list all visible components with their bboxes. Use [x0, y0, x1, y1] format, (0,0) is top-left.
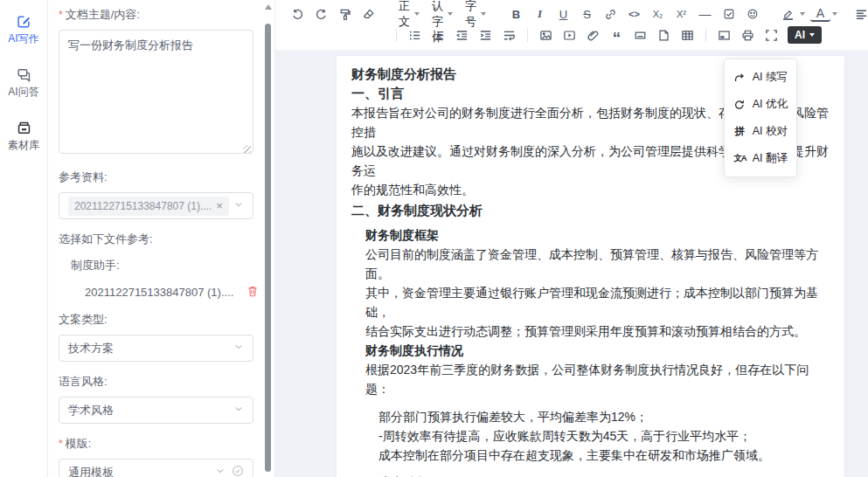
style-value: 学术风格 — [68, 403, 114, 418]
ai-translate-icon: 文A — [733, 153, 746, 164]
assistant-label: 制度助手: — [71, 258, 253, 273]
doc-type-select[interactable]: 技术方案 — [59, 335, 253, 362]
ai-continue-icon — [733, 72, 746, 84]
file-reference-label: 选择如下文件参考: — [59, 232, 253, 247]
chevron-down-icon — [414, 12, 420, 16]
insert-video-button[interactable] — [559, 25, 580, 45]
nav-item-ai-qa[interactable]: AI问答 — [8, 67, 38, 100]
bold-button[interactable]: B — [506, 4, 526, 24]
scrollbar-thumb[interactable] — [265, 24, 271, 472]
panel-scrollbar[interactable] — [262, 0, 274, 477]
chevron-down-icon[interactable] — [832, 12, 837, 16]
chevron-down-icon — [233, 404, 244, 417]
attachment-button[interactable] — [583, 25, 603, 45]
tag-close-icon[interactable]: × — [216, 200, 223, 211]
textarea-resize-handle[interactable] — [243, 145, 251, 153]
ai-optimize-icon — [733, 99, 746, 111]
chevron-down-icon — [233, 342, 244, 355]
writing-form-panel: * 文档主题/内容: 写一份财务制度分析报告 参考资料: 20211227151… — [48, 0, 275, 477]
reference-label: 参考资料: — [59, 169, 253, 185]
bullet-list-button[interactable] — [405, 25, 425, 45]
style-label: 语言风格: — [59, 374, 253, 390]
ai-dropdown-menu: AI 续写 AI 优化 拼 AI 校对 文A AI 翻译 — [724, 59, 797, 177]
font-color-button[interactable]: A — [810, 6, 830, 22]
blockquote-button[interactable]: “ — [607, 25, 627, 45]
doc-line: 根据2023年前三季度的财务数据，公司整体财务制度执行情况良好，但存在以下问题： — [365, 360, 829, 398]
italic-button[interactable]: I — [530, 4, 550, 24]
reference-select[interactable]: 2021122715133847807 (1).... × — [59, 192, 253, 219]
app-window: AI写作 AI问答 素材库 * 文 — [0, 0, 868, 477]
ai-writing-icon — [17, 14, 31, 29]
material-library-icon — [17, 121, 31, 135]
font-size-dropdown[interactable]: 字号 — [459, 4, 492, 24]
nav-item-material-library[interactable]: 素材库 — [8, 121, 39, 153]
doc-heading-cost: 三、成本分析 — [351, 474, 829, 477]
scroll-up-arrow[interactable] — [265, 4, 272, 10]
editor-toolbar: 正文 默认字体 字号 B I U S <> X₂ X² — — [275, 0, 868, 50]
menu-item-ai-translate[interactable]: 文A AI 翻译 — [725, 145, 796, 172]
topic-input[interactable]: 写一份财务制度分析报告 — [59, 30, 253, 154]
required-asterisk: * — [59, 438, 63, 450]
delete-file-icon[interactable] — [247, 285, 259, 300]
divider-line-button[interactable]: — — [695, 4, 715, 24]
nav-item-label: 素材库 — [8, 138, 39, 153]
toolbar-row-2: “ — [319, 24, 868, 45]
outdent-button[interactable] — [452, 25, 472, 45]
template-check-icon — [232, 465, 244, 477]
menu-item-ai-optimize[interactable]: AI 优化 — [725, 91, 796, 118]
ai-tools-button[interactable]: AI — [788, 26, 822, 44]
redo-button[interactable] — [311, 4, 331, 24]
format-painter-button[interactable] — [335, 4, 355, 24]
print-button[interactable] — [738, 25, 758, 45]
link-button[interactable] — [601, 4, 621, 24]
ai-qa-icon — [17, 67, 31, 82]
doc-line: 作的规范性和高效性。 — [351, 180, 829, 199]
topic-label: * 文档主题/内容: — [59, 7, 253, 23]
menu-item-ai-proofread[interactable]: 拼 AI 校对 — [725, 118, 796, 145]
strikethrough-button[interactable]: S — [577, 4, 597, 24]
assistant-file-name: 2021122715133847807 (1).... — [85, 286, 233, 299]
fullscreen-button[interactable] — [761, 25, 781, 45]
doc-list-item: -周转效率有待提高，应收账款周转天数为45天，高于行业平均水平； — [378, 426, 829, 446]
clear-format-eraser-button[interactable] — [358, 4, 378, 24]
todo-checkbox-button[interactable] — [719, 4, 739, 24]
emoji-button[interactable] — [742, 4, 762, 24]
reference-file-tag: 2021122715133847807 (1).... × — [68, 197, 229, 216]
underline-button[interactable]: U — [553, 4, 573, 24]
style-select[interactable]: 学术风格 — [59, 397, 253, 424]
doc-line: 其中，资金管理主要通过银行账户管理和现金流预测进行；成本控制以部门预算为基础， — [365, 283, 829, 321]
align-dropdown-button[interactable] — [851, 4, 868, 24]
doc-heading-status: 二、财务制度现状分析 — [351, 201, 829, 220]
chevron-down-icon[interactable] — [800, 12, 805, 16]
nav-item-label: AI写作 — [8, 31, 38, 46]
doc-type-value: 技术方案 — [68, 341, 114, 356]
indent-button[interactable] — [476, 25, 496, 45]
template-select[interactable]: 通用模板 — [59, 459, 253, 477]
toolbar-row-1: 正文 默认字体 字号 B I U S <> X₂ X² — — [286, 3, 859, 24]
highlight-color-button[interactable] — [778, 4, 798, 24]
undo-button[interactable] — [288, 4, 308, 24]
menu-item-ai-continue[interactable]: AI 续写 — [725, 64, 796, 91]
nav-item-ai-writing[interactable]: AI写作 — [8, 14, 38, 46]
doc-line: 公司目前的制度涵盖了资金管理、成本控制、预算管理、核算与报告、风险管理等方面。 — [365, 245, 829, 283]
icon-nav: AI写作 AI问答 素材库 — [0, 0, 48, 477]
font-family-dropdown[interactable]: 默认字体 — [426, 4, 459, 24]
superscript-button[interactable]: X² — [671, 4, 691, 24]
page-break-button[interactable] — [654, 25, 674, 45]
chevron-down-icon — [215, 466, 226, 477]
ai-proofread-icon: 拼 — [733, 125, 746, 138]
paragraph-style-dropdown[interactable]: 正文 — [392, 4, 426, 24]
required-asterisk: * — [59, 9, 63, 21]
insert-table-button[interactable] — [677, 25, 698, 45]
subscript-button[interactable]: X₂ — [648, 4, 668, 24]
embed-button[interactable] — [714, 25, 734, 45]
code-button[interactable]: <> — [624, 4, 644, 24]
doc-subheading-execution: 财务制度执行情况 — [365, 341, 829, 360]
text-box-button[interactable] — [630, 25, 650, 45]
editor-canvas: 财务制度分析报告 一、引言 本报告旨在对公司的财务制度进行全面分析，包括财务制度… — [275, 50, 868, 477]
editor-area: 正文 默认字体 字号 B I U S <> X₂ X² — — [275, 0, 868, 477]
chevron-down-icon — [233, 199, 244, 212]
ordered-list-button[interactable] — [428, 25, 448, 45]
line-break-button[interactable] — [499, 25, 519, 45]
insert-image-button[interactable] — [536, 25, 556, 45]
